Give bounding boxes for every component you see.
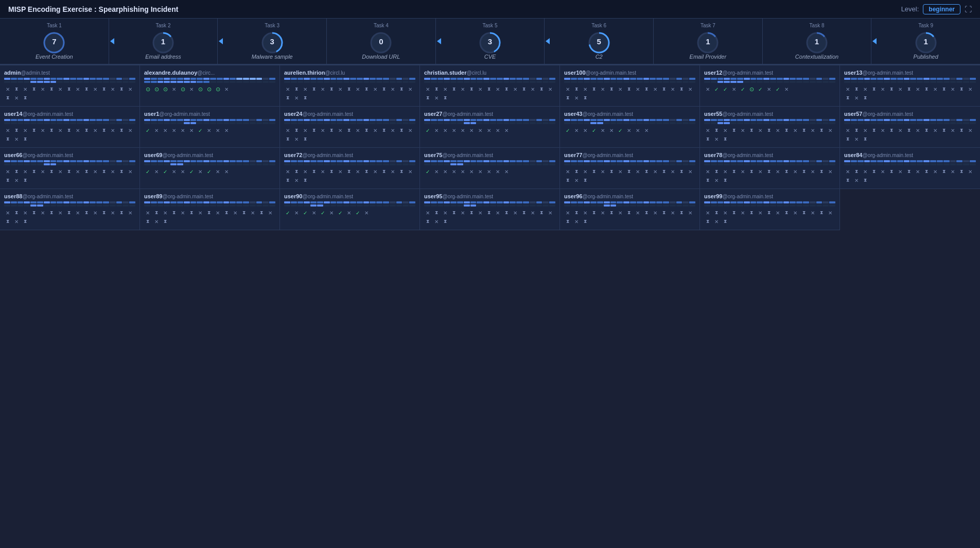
user-username: user14 [4, 111, 22, 117]
progress-segment [157, 78, 164, 80]
progress-segment [822, 78, 829, 80]
progress-segment [103, 163, 109, 165]
icons-row: ✕⧗✕⧗✕⧗✕⧗✕⧗✕⧗✕⧗✕⧗✕⧗ [564, 168, 695, 184]
user-domain: @org-admin.main.test [582, 111, 633, 117]
progress-segment [656, 81, 662, 83]
progress-segment [77, 119, 83, 121]
icon-x: ✕ [424, 209, 431, 216]
icon-hourglass: ⧗ [48, 85, 55, 93]
progress-segment [637, 119, 643, 121]
task-col-5[interactable]: Task 53CVE [436, 19, 545, 64]
icon-hourglass: ⧗ [818, 168, 825, 175]
icon-x: ✕ [967, 85, 974, 93]
task-col-2[interactable]: Task 21Email address [109, 19, 218, 64]
progress-segment [431, 201, 437, 203]
progress-segment [37, 201, 43, 203]
progress-segment [96, 119, 102, 121]
progress-segment [744, 119, 750, 121]
icon-x: ✕ [599, 85, 606, 93]
icon-check: ✓ [284, 209, 291, 216]
progress-segment [164, 81, 170, 83]
progress-segment [937, 81, 943, 83]
progress-segment [663, 119, 669, 121]
icon-hourglass: ⧗ [888, 85, 895, 93]
progress-segment [343, 204, 349, 207]
progress-segment [18, 204, 24, 207]
progress-segment [956, 163, 962, 165]
progress-segment [810, 160, 816, 162]
progress-segment [63, 204, 69, 207]
task-col-9[interactable]: Task 91Published [871, 19, 980, 64]
progress-segment [542, 78, 549, 80]
icon-hourglass: ⧗ [625, 168, 633, 175]
progress-segment [829, 204, 835, 207]
task-col-1[interactable]: Task 17Event Creation [0, 19, 109, 64]
progress-segment [930, 122, 936, 124]
icon-x: ✕ [564, 209, 571, 216]
progress-segment [424, 201, 430, 203]
icon-hourglass: ⧗ [118, 85, 125, 93]
progress-segment [724, 81, 730, 83]
progress-segment [431, 160, 437, 162]
progress-segment [383, 122, 389, 124]
icon-x: ✕ [547, 85, 554, 93]
progress-segment [744, 160, 750, 162]
progress-segment [877, 160, 883, 162]
progress-segment [577, 81, 584, 83]
progress-segment [144, 160, 150, 162]
expand-icon[interactable]: ⛶ [965, 5, 972, 13]
progress-row-2 [144, 81, 275, 83]
progress-segment [584, 78, 590, 80]
task-col-8[interactable]: Task 81Contextualization [763, 19, 872, 64]
progress-segment [30, 160, 37, 162]
icon-hourglass: ⧗ [520, 85, 528, 93]
icon-hourglass: ⧗ [870, 168, 878, 175]
icon-hourglass: ⧗ [923, 168, 930, 175]
progress-segment [910, 119, 916, 121]
task-count-5: 3 [478, 31, 502, 52]
progress-segment [571, 163, 577, 165]
task-col-3[interactable]: Task 33Malware sample [218, 19, 327, 64]
progress-segment [269, 81, 275, 83]
progress-segment [90, 201, 96, 203]
icon-x: ✕ [223, 127, 230, 134]
progress-segment [444, 160, 450, 162]
progress-segment [577, 78, 584, 80]
icon-x: ✕ [468, 168, 475, 175]
progress-segment [483, 204, 489, 207]
icon-hourglass: ⧗ [713, 168, 720, 175]
progress-segment [950, 78, 956, 80]
progress-segment [917, 122, 923, 124]
icon-hourglass: ⧗ [870, 127, 878, 134]
progress-segment [18, 81, 24, 83]
progress-segment [790, 201, 796, 203]
progress-segment [164, 163, 170, 165]
progress-segment [402, 78, 409, 80]
progress-segment [177, 163, 183, 165]
icon-x: ✕ [293, 177, 300, 184]
task-col-4[interactable]: Task 40Download URL [327, 19, 436, 64]
progress-segment [164, 78, 170, 80]
icon-circle-check: ⊙ [197, 85, 204, 93]
progress-segment [50, 204, 57, 207]
icon-x: ✕ [512, 209, 519, 216]
progress-segment [536, 204, 542, 207]
progress-segment [503, 78, 510, 80]
progress-segment [757, 78, 763, 80]
progress-segment [623, 78, 629, 80]
progress-segment [503, 122, 510, 124]
icon-x: ✕ [704, 127, 711, 134]
icon-hourglass: ⧗ [13, 168, 20, 175]
progress-segment [870, 78, 877, 80]
progress-row-1 [4, 78, 135, 80]
progress-segment [516, 122, 522, 124]
progress-segment [564, 201, 570, 203]
task-count-2: 1 [151, 31, 175, 52]
progress-segment [470, 204, 477, 207]
progress-segment [363, 81, 370, 83]
progress-segment [390, 201, 396, 203]
task-col-7[interactable]: Task 71Email Provider [654, 19, 763, 64]
task-col-6[interactable]: Task 65C2 [545, 19, 654, 64]
progress-segment [284, 122, 290, 124]
icon-x: ✕ [109, 127, 116, 134]
